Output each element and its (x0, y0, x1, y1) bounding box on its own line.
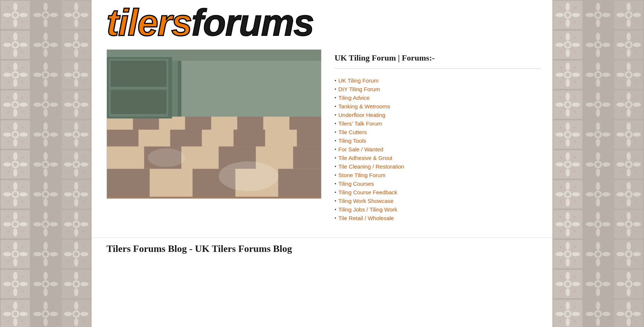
svg-point-421 (43, 272, 48, 280)
logo-forums-text: forums (191, 1, 314, 43)
tile-cell (61, 299, 92, 327)
svg-point-439 (80, 282, 89, 286)
main-image-section (107, 49, 323, 226)
svg-point-94 (19, 73, 28, 77)
svg-point-945 (555, 252, 564, 256)
forum-link[interactable]: Tiling Advice (338, 95, 370, 101)
svg-point-377 (43, 258, 48, 267)
svg-point-900 (555, 222, 564, 226)
blog-title: Tilers Forums Blog - UK Tilers Forums Bl… (107, 243, 537, 254)
tile-cell (613, 0, 644, 30)
svg-point-483 (64, 312, 73, 316)
forum-link[interactable]: Tile Cleaning / Restoration (338, 163, 404, 170)
sidebar-right (552, 0, 644, 327)
svg-point-1018 (626, 272, 631, 280)
svg-point-79 (80, 43, 89, 47)
svg-point-943 (566, 242, 570, 250)
svg-rect-580 (111, 90, 166, 114)
main-image-box (107, 49, 321, 199)
svg-point-689 (596, 79, 600, 87)
tile-cell (31, 149, 61, 179)
svg-point-944 (566, 258, 570, 267)
svg-point-62 (43, 49, 48, 58)
forum-link-item: Tile Cutters (335, 128, 541, 136)
svg-point-259 (80, 162, 89, 167)
svg-point-663 (627, 43, 631, 47)
forum-link[interactable]: Underfloor Heating (338, 112, 385, 118)
tile-cell (31, 60, 61, 90)
content-area: UK Tiling Forum | Forums:- UK Tiling For… (92, 46, 552, 234)
svg-point-574 (219, 161, 278, 191)
forum-link[interactable]: DIY Tiling Forum (338, 86, 380, 92)
svg-point-736 (602, 102, 611, 107)
svg-point-141 (13, 103, 18, 107)
svg-point-778 (596, 122, 600, 131)
svg-point-196 (43, 122, 48, 131)
svg-point-197 (43, 139, 48, 147)
svg-point-914 (596, 228, 600, 237)
svg-point-108 (33, 73, 42, 77)
svg-point-392 (74, 258, 78, 267)
forum-link[interactable]: UK Tiling Forum (338, 77, 379, 84)
svg-point-840 (616, 162, 625, 167)
svg-point-46 (13, 33, 18, 41)
svg-point-468 (33, 312, 42, 316)
tile-cell (61, 30, 92, 60)
svg-point-618 (627, 13, 631, 17)
svg-point-989 (566, 288, 570, 297)
svg-point-409 (19, 282, 28, 286)
forum-link[interactable]: For Sale / Wanted (338, 146, 383, 152)
tile-cell (613, 209, 644, 239)
svg-point-214 (80, 132, 89, 137)
svg-point-274 (19, 192, 28, 197)
tile-cell (31, 299, 61, 327)
forum-link[interactable]: Tile Retail / Wholesale (338, 215, 394, 221)
svg-point-633 (566, 43, 570, 47)
svg-point-36 (74, 13, 78, 17)
forum-link[interactable]: Tilers' Talk Forum (338, 120, 382, 127)
svg-point-870 (586, 192, 594, 197)
logo: tilersforums (107, 4, 314, 42)
svg-point-933 (627, 222, 631, 226)
tile-cell (31, 179, 61, 209)
forum-link[interactable]: Stone Tiling Forum (338, 172, 385, 178)
svg-point-1065 (616, 312, 625, 316)
svg-point-915 (586, 222, 594, 226)
svg-point-963 (596, 252, 600, 256)
forum-link[interactable]: Tile Cutters (338, 129, 367, 135)
svg-point-66 (44, 43, 48, 47)
forum-link[interactable]: Tiling Jobs / Tiling Work (338, 206, 397, 213)
tile-cell (0, 269, 31, 299)
tile-cell (61, 209, 92, 239)
svg-point-959 (596, 258, 600, 267)
forum-link[interactable]: Tiling Courses (338, 181, 374, 187)
tile-cell (583, 90, 614, 120)
forum-link[interactable]: Tiling Course Feedback (338, 189, 397, 195)
forum-link[interactable]: Tiling Work Showcase (338, 198, 394, 204)
tile-cell (31, 269, 61, 299)
svg-point-33 (64, 13, 73, 17)
forum-link[interactable]: Tile Adhesive & Grout (338, 155, 392, 161)
svg-point-301 (74, 182, 78, 191)
svg-point-584 (566, 19, 570, 28)
tile-cell (583, 30, 614, 60)
svg-point-273 (3, 192, 12, 197)
svg-point-735 (586, 102, 594, 107)
svg-point-96 (13, 73, 18, 77)
svg-point-1053 (596, 312, 600, 316)
svg-point-586 (571, 13, 580, 17)
forum-link[interactable]: Tiling Tools (338, 138, 366, 144)
svg-point-599 (596, 19, 600, 28)
svg-point-182 (13, 139, 18, 147)
svg-point-18 (33, 13, 42, 17)
svg-point-186 (13, 133, 18, 137)
forum-link-item: Underfloor Heating (335, 111, 541, 119)
svg-point-813 (566, 163, 570, 167)
forum-link[interactable]: Tanking & Wetrooms (338, 103, 390, 109)
svg-rect-579 (111, 61, 166, 87)
svg-point-346 (74, 212, 78, 220)
svg-point-1051 (602, 312, 611, 316)
svg-point-885 (616, 192, 625, 197)
svg-point-166 (74, 92, 78, 101)
svg-point-991 (571, 282, 580, 286)
